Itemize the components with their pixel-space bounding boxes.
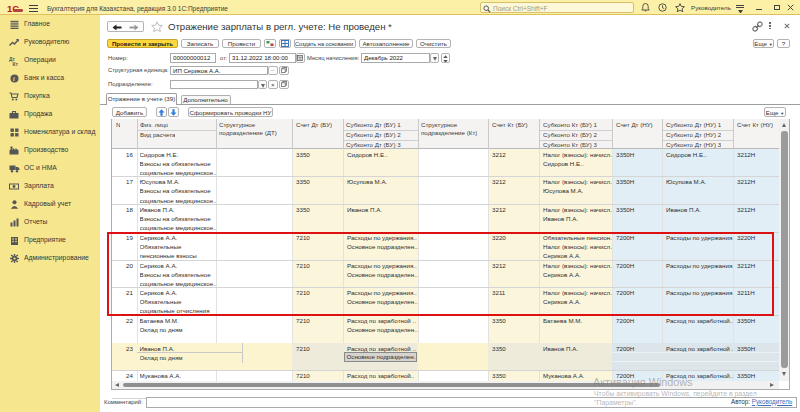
- svg-text:Кт: Кт: [13, 61, 19, 66]
